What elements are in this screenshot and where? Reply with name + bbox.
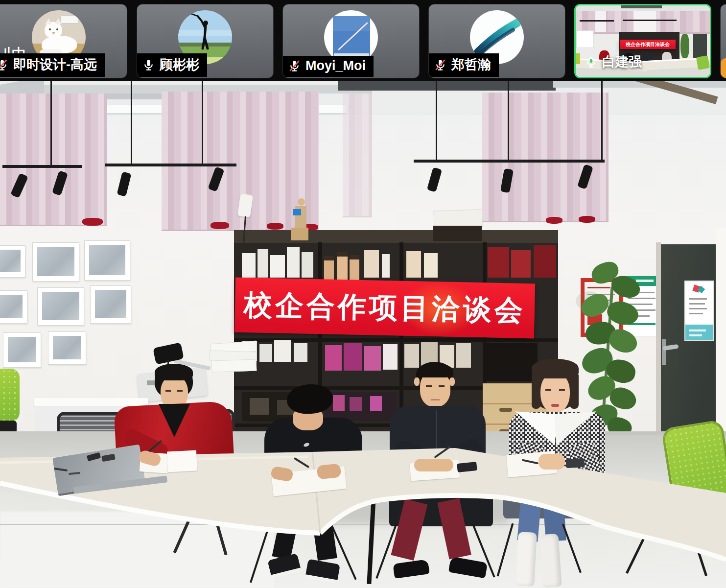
participant-tile-1[interactable]: 刂中 即时设计-高远	[0, 4, 127, 78]
cat-nose	[52, 32, 55, 34]
nameplate: 即时设计-高远	[0, 53, 105, 77]
mini-banner-text: 校企合作项目洽谈会	[626, 41, 670, 48]
participant-tile-4[interactable]: 郑哲瀚	[428, 4, 565, 78]
nameplate: 郑哲瀚	[429, 53, 499, 77]
person3-hands	[414, 459, 453, 471]
participant-name: 即时设计-高远	[13, 56, 97, 73]
orange-avatar-fragment	[721, 58, 726, 78]
participant-name: 顾彬彬	[160, 56, 199, 73]
cat-eye	[56, 28, 58, 30]
mini-rail	[580, 20, 614, 22]
participant-tile-5-active[interactable]: 校企合作项目洽谈会 白建强	[574, 4, 711, 78]
mini-wall-gap	[633, 11, 656, 32]
participant-name: 白建强	[602, 53, 642, 71]
cat-head	[45, 22, 62, 39]
main-video[interactable]: 校企合作项目洽谈会	[0, 81, 726, 588]
mini-photo-wall	[577, 31, 593, 47]
mic-muted-icon	[0, 58, 9, 71]
nameplate-active: 白建强	[580, 50, 650, 74]
photo-tag	[60, 15, 79, 24]
participant-tile-3[interactable]: Moyi_Moi	[282, 4, 420, 78]
mic-muted-icon	[288, 59, 301, 72]
mini-beam	[621, 5, 662, 8]
participant-name: Moyi_Moi	[305, 58, 366, 73]
participant-tile-2[interactable]: 顾彬彬	[137, 4, 274, 78]
nameplate: Moyi_Moi	[283, 56, 374, 77]
mini-rail	[623, 20, 677, 21]
mini-banner: 校企合作项目洽谈会	[620, 40, 676, 49]
mic-icon	[142, 58, 155, 71]
video-conference-app: 刂中 即时设计-高远	[0, 0, 726, 588]
phone	[565, 458, 585, 469]
conference-table	[0, 81, 726, 588]
mic-speaking-icon	[585, 55, 598, 69]
participant-strip: 刂中 即时设计-高远	[0, 0, 726, 81]
nameplate: 顾彬彬	[137, 53, 207, 77]
mic-muted-icon	[434, 58, 447, 71]
cat-ear	[55, 18, 62, 24]
person4-hands-clasped	[539, 454, 565, 470]
open-book-page	[167, 450, 197, 472]
cat-ear	[45, 19, 52, 24]
mini-wall-gap	[595, 11, 606, 32]
participant-tile-6-partial[interactable]	[720, 4, 726, 78]
cat-eye	[49, 28, 51, 30]
participant-name: 郑哲瀚	[451, 56, 491, 73]
mini-plant	[680, 34, 689, 58]
mini-chair-right	[696, 55, 710, 70]
